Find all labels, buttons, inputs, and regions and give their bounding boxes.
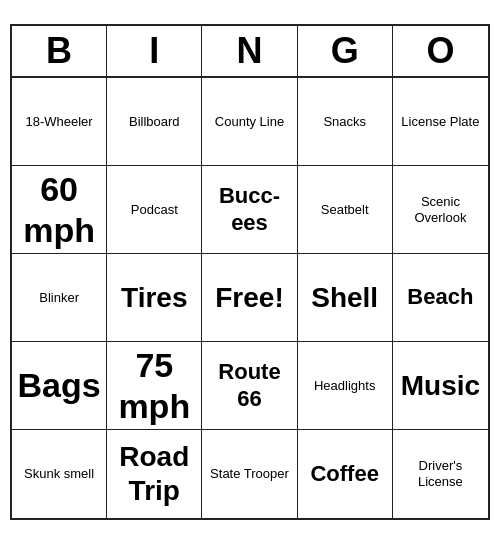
bingo-cell: License Plate bbox=[393, 78, 488, 166]
bingo-cell: Route 66 bbox=[202, 342, 297, 430]
bingo-cell-text: Billboard bbox=[129, 114, 180, 130]
bingo-cell: Driver's License bbox=[393, 430, 488, 518]
bingo-cell: State Trooper bbox=[202, 430, 297, 518]
bingo-cell: Billboard bbox=[107, 78, 202, 166]
bingo-cell-text: State Trooper bbox=[210, 466, 289, 482]
bingo-grid: 18-WheelerBillboardCounty LineSnacksLice… bbox=[12, 78, 488, 518]
bingo-cell: Snacks bbox=[298, 78, 393, 166]
bingo-cell-text: 60 mph bbox=[16, 169, 102, 251]
bingo-cell-text: Road Trip bbox=[111, 440, 197, 507]
bingo-cell: Seatbelt bbox=[298, 166, 393, 254]
bingo-cell-text: 75 mph bbox=[111, 345, 197, 427]
bingo-cell-text: Beach bbox=[407, 284, 473, 310]
bingo-cell: Tires bbox=[107, 254, 202, 342]
bingo-cell: Bucc-ees bbox=[202, 166, 297, 254]
bingo-cell: County Line bbox=[202, 78, 297, 166]
bingo-cell: Road Trip bbox=[107, 430, 202, 518]
bingo-cell: Coffee bbox=[298, 430, 393, 518]
bingo-letter: N bbox=[202, 26, 297, 76]
bingo-cell: 75 mph bbox=[107, 342, 202, 430]
bingo-cell-text: Blinker bbox=[39, 290, 79, 306]
bingo-cell-text: County Line bbox=[215, 114, 284, 130]
bingo-cell: Podcast bbox=[107, 166, 202, 254]
bingo-cell-text: Tires bbox=[121, 281, 187, 315]
bingo-cell: Skunk smell bbox=[12, 430, 107, 518]
bingo-cell-text: Shell bbox=[311, 281, 378, 315]
bingo-cell-text: Scenic Overlook bbox=[397, 194, 484, 225]
bingo-cell: Scenic Overlook bbox=[393, 166, 488, 254]
bingo-cell-text: Podcast bbox=[131, 202, 178, 218]
bingo-cell-text: Free! bbox=[215, 281, 283, 315]
bingo-cell-text: Seatbelt bbox=[321, 202, 369, 218]
bingo-cell-text: Snacks bbox=[323, 114, 366, 130]
bingo-cell-text: Headlights bbox=[314, 378, 375, 394]
bingo-header: BINGO bbox=[12, 26, 488, 78]
bingo-cell: Shell bbox=[298, 254, 393, 342]
bingo-cell: Headlights bbox=[298, 342, 393, 430]
bingo-cell: Free! bbox=[202, 254, 297, 342]
bingo-cell-text: Route 66 bbox=[206, 359, 292, 412]
bingo-cell-text: Driver's License bbox=[397, 458, 484, 489]
bingo-cell-text: License Plate bbox=[401, 114, 479, 130]
bingo-cell: Blinker bbox=[12, 254, 107, 342]
bingo-cell-text: Music bbox=[401, 369, 480, 403]
bingo-cell: Music bbox=[393, 342, 488, 430]
bingo-letter: O bbox=[393, 26, 488, 76]
bingo-cell-text: 18-Wheeler bbox=[25, 114, 92, 130]
bingo-cell: 18-Wheeler bbox=[12, 78, 107, 166]
bingo-letter: I bbox=[107, 26, 202, 76]
bingo-cell-text: Bucc-ees bbox=[206, 183, 292, 236]
bingo-cell-text: Coffee bbox=[310, 461, 378, 487]
bingo-cell-text: Skunk smell bbox=[24, 466, 94, 482]
bingo-card: BINGO 18-WheelerBillboardCounty LineSnac… bbox=[10, 24, 490, 520]
bingo-cell-text: Bags bbox=[18, 365, 101, 406]
bingo-cell: 60 mph bbox=[12, 166, 107, 254]
bingo-letter: G bbox=[298, 26, 393, 76]
bingo-cell: Bags bbox=[12, 342, 107, 430]
bingo-cell: Beach bbox=[393, 254, 488, 342]
bingo-letter: B bbox=[12, 26, 107, 76]
